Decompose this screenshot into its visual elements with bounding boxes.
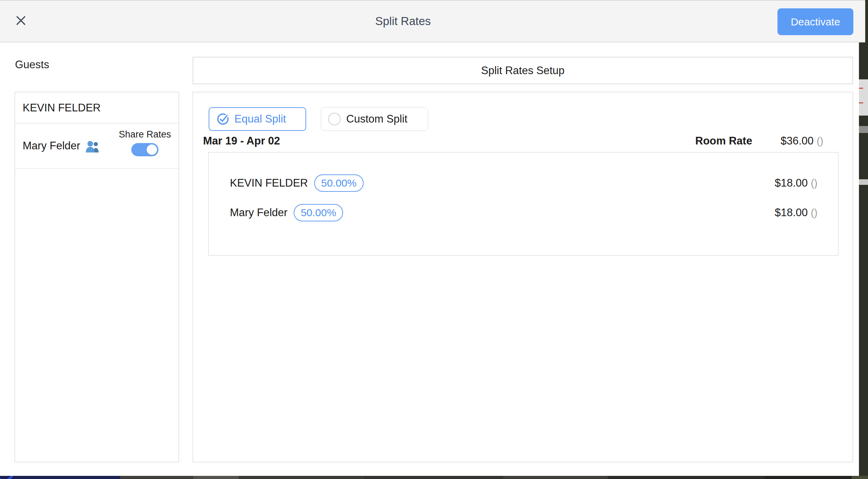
taskbar-segment xyxy=(0,476,120,479)
close-button[interactable] xyxy=(13,13,29,29)
setup-title: Split Rates Setup xyxy=(481,64,565,77)
check-circle-icon xyxy=(216,112,230,126)
setup-panel: Equal Split Custom Split Mar 19 - Apr 02… xyxy=(193,92,853,462)
custom-split-label: Custom Split xyxy=(346,113,408,125)
split-percent-pill[interactable]: 50.00% xyxy=(294,204,343,221)
date-range: Mar 19 - Apr 02 xyxy=(203,135,280,147)
background-page-edge xyxy=(859,0,868,479)
background-taskbar xyxy=(0,476,868,479)
people-icon xyxy=(85,141,101,153)
rate-summary-row: Mar 19 - Apr 02 Room Rate $36.00 () xyxy=(193,135,853,147)
radio-circle-icon xyxy=(328,113,341,125)
split-percent-pill[interactable]: 50.00% xyxy=(314,174,364,192)
close-icon xyxy=(15,15,27,26)
toggle-knob xyxy=(147,144,157,155)
split-amount: $18.00 () xyxy=(775,206,817,219)
share-rates-group: Share Rates xyxy=(119,129,171,156)
taskbar-segment xyxy=(503,476,608,479)
split-guest-name: Mary Felder xyxy=(230,206,287,219)
share-rates-toggle[interactable] xyxy=(131,143,158,156)
background-detail xyxy=(859,102,863,103)
guest-name: Mary Felder xyxy=(23,140,80,152)
deactivate-button[interactable]: Deactivate xyxy=(777,8,853,35)
taskbar-segment xyxy=(120,476,193,479)
taskbar-segment xyxy=(193,476,239,479)
background-patch xyxy=(859,179,868,185)
guest-splits-panel: KEVIN FELDER 50.00% $18.00 () Mary Felde… xyxy=(208,152,838,256)
taskbar-segment xyxy=(364,476,503,479)
equal-split-label: Equal Split xyxy=(234,113,286,125)
room-rate-suffix: () xyxy=(816,135,823,147)
room-rate-label: Room Rate xyxy=(695,135,752,147)
modal-header: Split Rates Deactivate xyxy=(0,0,865,42)
split-amount: $18.00 () xyxy=(775,177,817,189)
modal-title: Split Rates xyxy=(375,1,431,42)
guest-name: KEVIN FELDER xyxy=(23,102,101,114)
taskbar-segment xyxy=(239,476,364,479)
share-rates-label: Share Rates xyxy=(119,129,171,140)
split-guest-name: KEVIN FELDER xyxy=(230,177,308,189)
modal-sheet: Guests KEVIN FELDER Mary Felder Share Ra… xyxy=(0,0,859,476)
guests-panel: KEVIN FELDER Mary Felder Share Rates xyxy=(15,92,179,462)
room-rate-value: $36.00 () xyxy=(781,135,823,147)
background-patch xyxy=(859,79,868,116)
custom-split-option[interactable]: Custom Split xyxy=(321,107,428,131)
equal-split-option[interactable]: Equal Split xyxy=(209,107,306,131)
guest-row-shared[interactable]: Mary Felder Share Rates xyxy=(15,124,179,168)
guest-split-row: Mary Felder 50.00% $18.00 () xyxy=(209,200,838,225)
background-detail xyxy=(859,88,863,89)
guest-row-primary[interactable]: KEVIN FELDER xyxy=(15,92,179,124)
taskbar-segment xyxy=(765,476,852,479)
taskbar-segment xyxy=(852,476,868,479)
background-patch xyxy=(859,126,868,133)
setup-header: Split Rates Setup xyxy=(193,57,853,84)
split-rates-modal: Guests KEVIN FELDER Mary Felder Share Ra… xyxy=(0,0,868,479)
taskbar-segment xyxy=(608,476,765,479)
guest-split-row: KEVIN FELDER 50.00% $18.00 () xyxy=(209,171,838,196)
guests-section-label: Guests xyxy=(15,58,49,71)
